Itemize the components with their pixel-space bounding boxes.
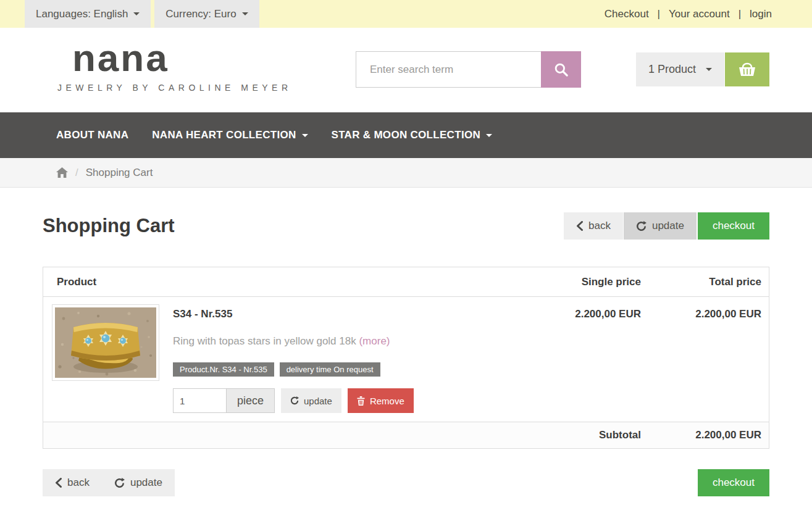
language-dropdown-label: Languages: English <box>36 8 128 20</box>
cart-table: Product Single price Total price <box>43 267 769 449</box>
more-link[interactable]: (more) <box>359 335 390 347</box>
language-dropdown[interactable]: Languages: English <box>25 0 151 28</box>
nav-item-nana-heart-collection[interactable]: NANA HEART COLLECTION <box>152 112 308 158</box>
topbar-links: Checkout | Your account | login <box>605 0 772 28</box>
nav-item-about-nana[interactable]: ABOUT NANA <box>56 112 128 158</box>
subtotal-label: Subtotal <box>521 429 641 441</box>
breadcrumb: / Shopping Cart <box>0 158 812 188</box>
currency-dropdown[interactable]: Currency: Euro <box>154 0 259 28</box>
column-header-total-price: Total price <box>641 276 761 288</box>
main-nav: ABOUT NANA NANA HEART COLLECTION STAR & … <box>0 112 812 158</box>
nav-item-star-moon-collection[interactable]: STAR & MOON COLLECTION <box>332 112 492 158</box>
nav-item-label: NANA HEART COLLECTION <box>152 129 296 141</box>
cart-table-footer: Subtotal 2.200,00 EUR <box>43 422 769 448</box>
search-bar <box>356 51 581 88</box>
page-title: Shopping Cart <box>43 215 175 237</box>
header: nana JEWELRY BY CAROLINE MEYER 1 Product <box>0 28 812 112</box>
search-input[interactable] <box>356 51 541 88</box>
breadcrumb-home-link[interactable] <box>56 167 68 178</box>
subtotal-value: 2.200,00 EUR <box>641 429 761 441</box>
item-remove-button[interactable]: Remove <box>348 388 414 413</box>
product-description-text: Ring with topas stars in yellow gold 18k <box>173 335 356 347</box>
cart-basket-button[interactable] <box>725 52 769 86</box>
caret-down-icon <box>302 134 308 137</box>
item-remove-label: Remove <box>370 396 404 406</box>
trash-icon <box>357 396 365 406</box>
cart-item-row: S34 - Nr.535 Ring with topas stars in ye… <box>43 297 769 422</box>
logo-tagline: JEWELRY BY CAROLINE MEYER <box>57 83 292 93</box>
product-description: Ring with topas stars in yellow gold 18k… <box>173 335 521 348</box>
main-content: Shopping Cart back update checkout P <box>43 212 769 496</box>
cart-widget: 1 Product <box>636 52 769 86</box>
item-update-button[interactable]: update <box>281 388 341 413</box>
product-info: S34 - Nr.535 Ring with topas stars in ye… <box>159 304 521 413</box>
update-button-label: update <box>130 477 162 489</box>
back-button-bottom[interactable]: back <box>43 469 102 496</box>
cart-count-label: 1 Product <box>648 63 696 76</box>
breadcrumb-current: Shopping Cart <box>86 167 153 179</box>
basket-icon <box>737 61 757 78</box>
product-image[interactable] <box>52 304 159 381</box>
chevron-left-icon <box>576 221 583 231</box>
cart-count-dropdown[interactable]: 1 Product <box>636 52 724 86</box>
column-header-product: Product <box>57 276 521 288</box>
quantity-unit-label: piece <box>227 388 275 413</box>
search-icon <box>553 62 569 78</box>
cart-actions-bottom: back update checkout <box>43 469 769 496</box>
item-update-label: update <box>304 396 332 406</box>
total-price-value: 2.200,00 EUR <box>641 304 761 413</box>
product-badges: Product.Nr. S34 - Nr.535 delivery time O… <box>173 362 521 377</box>
nav-item-label: ABOUT NANA <box>56 129 128 141</box>
your-account-link[interactable]: Your account <box>669 8 730 20</box>
caret-down-icon <box>242 12 248 15</box>
breadcrumb-separator: / <box>75 167 78 179</box>
update-button-top[interactable]: update <box>624 212 697 240</box>
update-button-label: update <box>652 220 684 232</box>
refresh-icon <box>114 478 125 488</box>
column-header-single-price: Single price <box>521 276 641 288</box>
single-price-value: 2.200,00 EUR <box>521 304 641 413</box>
product-title[interactable]: S34 - Nr.535 <box>173 308 232 320</box>
caret-down-icon <box>486 134 492 137</box>
cart-actions-top: back update checkout <box>564 212 769 240</box>
product-number-badge: Product.Nr. S34 - Nr.535 <box>173 362 274 377</box>
cart-table-header: Product Single price Total price <box>43 267 769 297</box>
logo-text: nana <box>57 39 292 77</box>
checkout-button-label: checkout <box>713 477 755 489</box>
update-button-bottom[interactable]: update <box>102 469 175 496</box>
topbar-left: Languages: English Currency: Euro <box>25 0 259 28</box>
caret-down-icon <box>706 68 712 71</box>
delivery-time-badge: delivery time On request <box>280 362 380 377</box>
separator: | <box>739 8 741 20</box>
chevron-left-icon <box>55 478 62 488</box>
caret-down-icon <box>133 12 140 15</box>
separator: | <box>658 8 660 20</box>
quantity-input[interactable] <box>173 388 227 413</box>
topbar: Languages: English Currency: Euro Checko… <box>0 0 812 28</box>
currency-dropdown-label: Currency: Euro <box>165 8 236 20</box>
login-link[interactable]: login <box>750 8 772 20</box>
search-button[interactable] <box>541 51 581 88</box>
back-button-label: back <box>67 477 90 489</box>
nav-item-label: STAR & MOON COLLECTION <box>332 129 480 141</box>
refresh-icon <box>636 221 647 231</box>
checkout-button-label: checkout <box>713 220 755 232</box>
checkout-link[interactable]: Checkout <box>605 8 649 20</box>
logo[interactable]: nana JEWELRY BY CAROLINE MEYER <box>57 39 292 93</box>
back-button-label: back <box>588 220 611 232</box>
checkout-button-bottom[interactable]: checkout <box>698 469 769 496</box>
back-button-top[interactable]: back <box>564 212 623 240</box>
refresh-icon <box>290 396 299 405</box>
product-photo-ring <box>55 307 156 378</box>
checkout-button-top[interactable]: checkout <box>698 212 769 240</box>
quantity-controls: piece update <box>173 388 521 413</box>
home-icon <box>56 167 68 178</box>
